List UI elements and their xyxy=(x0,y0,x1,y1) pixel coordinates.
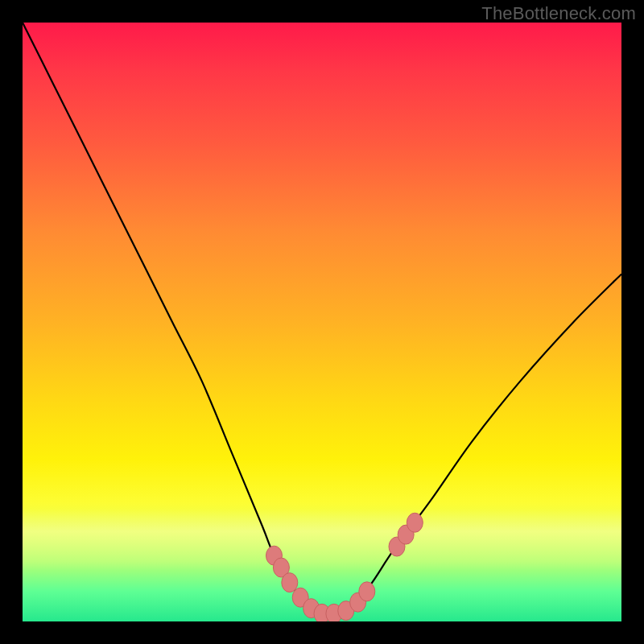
curve-svg xyxy=(23,23,621,621)
marker-right-near xyxy=(359,582,375,601)
marker-left-cluster xyxy=(282,573,298,592)
marker-right-cluster xyxy=(407,513,423,532)
data-markers xyxy=(266,513,423,621)
chart-frame: TheBottleneck.com xyxy=(0,0,644,644)
plot-area xyxy=(23,23,621,621)
watermark-text: TheBottleneck.com xyxy=(481,3,636,24)
bottleneck-curve xyxy=(23,23,621,614)
